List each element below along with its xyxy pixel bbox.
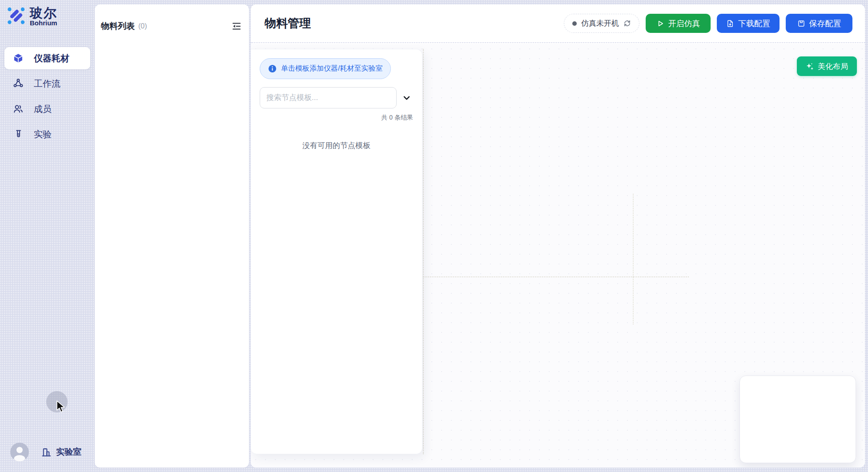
material-list-panel: 物料列表 (0) [95, 4, 249, 468]
brand-logo[interactable]: 玻尔 Bohrium [6, 6, 57, 27]
template-search-input[interactable] [260, 87, 397, 108]
material-list-title: 物料列表 [101, 20, 135, 32]
chevron-down-icon[interactable] [400, 91, 413, 104]
template-hint-text: 单击模板添加仪器/耗材至实验室 [281, 64, 382, 73]
members-icon [13, 104, 24, 114]
sidebar-item-experiment[interactable]: 实验 [4, 123, 90, 145]
beautify-layout-label: 美化布局 [818, 61, 848, 72]
minimap-panel[interactable] [739, 376, 856, 463]
main-header: 物料管理 仿真未开机 [251, 4, 865, 43]
bohrium-logo-icon [6, 6, 26, 27]
main-panel: 物料管理 仿真未开机 [251, 4, 865, 468]
save-config-label: 保存配置 [809, 18, 841, 29]
brand-name-en: Bohrium [30, 20, 57, 27]
sidebar-item-members[interactable]: 成员 [4, 98, 90, 120]
sidebar-item-workflow[interactable]: 工作流 [4, 72, 90, 95]
building-icon [40, 446, 52, 458]
material-list-count: (0) [138, 22, 147, 30]
sidebar-item-instruments[interactable]: 仪器耗材 [4, 47, 90, 69]
lab-label: 实验室 [56, 446, 81, 458]
collapse-panel-icon[interactable] [231, 21, 242, 32]
download-config-label: 下载配置 [738, 18, 770, 29]
user-avatar[interactable] [10, 443, 29, 461]
sidebar-footer: 实验室 [0, 443, 95, 461]
page-title: 物料管理 [265, 16, 311, 31]
sidebar-item-label: 仪器耗材 [34, 52, 69, 64]
sparkles-icon [806, 62, 814, 71]
simulation-status-pill[interactable]: 仿真未开机 [564, 14, 639, 33]
sidebar-item-label: 成员 [34, 103, 52, 115]
zone-divider-horizontal [423, 276, 689, 277]
workflow-icon [13, 78, 24, 89]
refresh-icon[interactable] [623, 20, 631, 27]
template-panel: 单击模板添加仪器/耗材至实验室 共 0 条结果 没有可用的节点模板 [251, 49, 422, 454]
download-config-button[interactable]: 下载配置 [717, 14, 780, 33]
sidebar-item-label: 工作流 [34, 78, 60, 90]
app-root: 玻尔 Bohrium 仪器耗材 工作流 [0, 0, 868, 472]
lab-switcher[interactable]: 实验室 [40, 446, 81, 458]
save-config-button[interactable]: 保存配置 [786, 14, 852, 33]
zone-divider-vertical [423, 49, 424, 454]
template-result-count: 共 0 条结果 [260, 114, 413, 122]
experiment-icon [13, 129, 24, 140]
start-simulation-label: 开启仿真 [668, 18, 700, 29]
play-icon [656, 20, 664, 28]
save-icon [797, 20, 805, 28]
start-simulation-button[interactable]: 开启仿真 [646, 14, 711, 33]
cursor-pointer [56, 400, 67, 415]
lab-canvas[interactable]: 美化布局 单击模板添加仪器/耗材至实验室 [251, 44, 865, 468]
sidebar-nav: 仪器耗材 工作流 [4, 47, 90, 148]
cube-icon [13, 53, 24, 64]
info-icon [268, 64, 277, 73]
template-empty-text: 没有可用的节点模板 [260, 140, 413, 151]
beautify-layout-button[interactable]: 美化布局 [797, 56, 857, 76]
brand-name-zh: 玻尔 [30, 6, 57, 20]
sidebar-item-label: 实验 [34, 128, 52, 140]
zone-divider-vertical [633, 194, 634, 324]
material-list-header: 物料列表 (0) [95, 4, 249, 32]
template-search-row [260, 87, 413, 108]
template-hint-banner: 单击模板添加仪器/耗材至实验室 [260, 58, 391, 79]
simulation-status-label: 仿真未开机 [581, 18, 619, 28]
file-download-icon [726, 20, 734, 28]
header-actions: 仿真未开机 [564, 14, 852, 33]
status-dot-icon [572, 21, 577, 26]
